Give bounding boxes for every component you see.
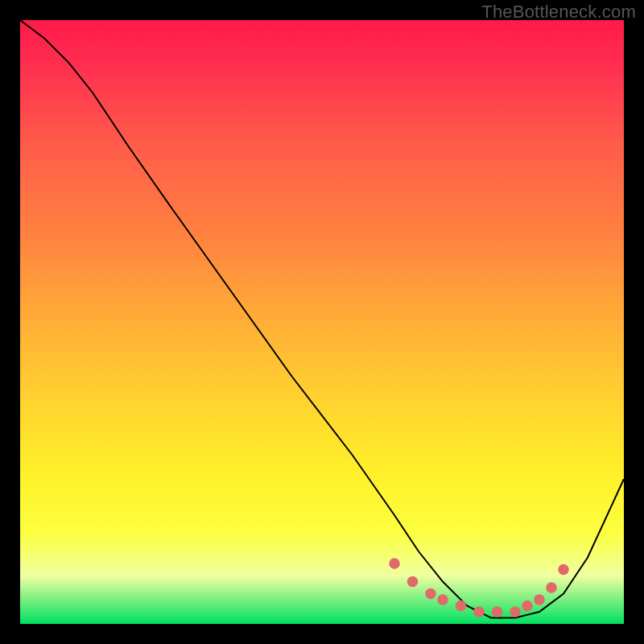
- highlight-marker: [510, 606, 521, 617]
- highlight-marker: [437, 594, 448, 605]
- highlight-marker: [534, 594, 545, 605]
- highlight-marker: [546, 582, 557, 593]
- highlight-marker: [522, 601, 533, 612]
- highlight-marker: [407, 576, 419, 588]
- bottleneck-curve-svg: [20, 20, 624, 624]
- highlight-marker: [492, 606, 503, 617]
- bottleneck-curve-line: [20, 20, 624, 618]
- highlight-marker: [473, 606, 485, 617]
- highlight-marker: [389, 558, 399, 569]
- highlight-marker: [425, 588, 436, 600]
- chart-container: TheBottleneck.com: [0, 0, 644, 644]
- highlight-markers: [389, 558, 569, 617]
- highlight-marker: [558, 564, 569, 576]
- highlight-marker: [456, 601, 467, 612]
- plot-area: [20, 20, 624, 624]
